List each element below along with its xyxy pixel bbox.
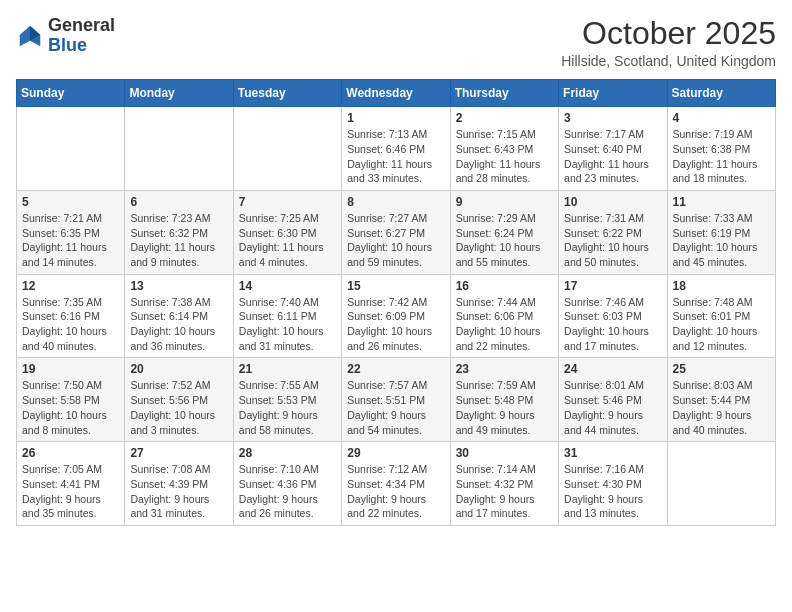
day-number: 20: [130, 362, 227, 376]
calendar-cell: 20Sunrise: 7:52 AMSunset: 5:56 PMDayligh…: [125, 358, 233, 442]
calendar-cell: 30Sunrise: 7:14 AMSunset: 4:32 PMDayligh…: [450, 442, 558, 526]
day-info: Sunrise: 7:42 AMSunset: 6:09 PMDaylight:…: [347, 295, 444, 354]
calendar-cell: 22Sunrise: 7:57 AMSunset: 5:51 PMDayligh…: [342, 358, 450, 442]
day-number: 17: [564, 279, 661, 293]
calendar-cell: 13Sunrise: 7:38 AMSunset: 6:14 PMDayligh…: [125, 274, 233, 358]
day-number: 18: [673, 279, 770, 293]
calendar-cell: [17, 107, 125, 191]
day-info: Sunrise: 7:48 AMSunset: 6:01 PMDaylight:…: [673, 295, 770, 354]
day-number: 22: [347, 362, 444, 376]
day-info: Sunrise: 7:16 AMSunset: 4:30 PMDaylight:…: [564, 462, 661, 521]
day-info: Sunrise: 7:29 AMSunset: 6:24 PMDaylight:…: [456, 211, 553, 270]
day-number: 15: [347, 279, 444, 293]
calendar-cell: 12Sunrise: 7:35 AMSunset: 6:16 PMDayligh…: [17, 274, 125, 358]
calendar-cell: 11Sunrise: 7:33 AMSunset: 6:19 PMDayligh…: [667, 190, 775, 274]
calendar-cell: 7Sunrise: 7:25 AMSunset: 6:30 PMDaylight…: [233, 190, 341, 274]
logo-icon: [16, 22, 44, 50]
day-number: 8: [347, 195, 444, 209]
day-number: 3: [564, 111, 661, 125]
calendar-cell: 3Sunrise: 7:17 AMSunset: 6:40 PMDaylight…: [559, 107, 667, 191]
day-info: Sunrise: 7:17 AMSunset: 6:40 PMDaylight:…: [564, 127, 661, 186]
day-number: 26: [22, 446, 119, 460]
day-number: 12: [22, 279, 119, 293]
calendar-cell: 8Sunrise: 7:27 AMSunset: 6:27 PMDaylight…: [342, 190, 450, 274]
day-number: 23: [456, 362, 553, 376]
calendar-cell: 6Sunrise: 7:23 AMSunset: 6:32 PMDaylight…: [125, 190, 233, 274]
location-text: Hillside, Scotland, United Kingdom: [561, 53, 776, 69]
day-number: 14: [239, 279, 336, 293]
day-number: 21: [239, 362, 336, 376]
day-info: Sunrise: 7:08 AMSunset: 4:39 PMDaylight:…: [130, 462, 227, 521]
calendar-cell: 26Sunrise: 7:05 AMSunset: 4:41 PMDayligh…: [17, 442, 125, 526]
day-info: Sunrise: 7:19 AMSunset: 6:38 PMDaylight:…: [673, 127, 770, 186]
day-number: 30: [456, 446, 553, 460]
day-info: Sunrise: 7:13 AMSunset: 6:46 PMDaylight:…: [347, 127, 444, 186]
calendar-cell: 25Sunrise: 8:03 AMSunset: 5:44 PMDayligh…: [667, 358, 775, 442]
calendar-cell: 14Sunrise: 7:40 AMSunset: 6:11 PMDayligh…: [233, 274, 341, 358]
weekday-header-wednesday: Wednesday: [342, 80, 450, 107]
calendar-cell: 5Sunrise: 7:21 AMSunset: 6:35 PMDaylight…: [17, 190, 125, 274]
calendar-cell: 24Sunrise: 8:01 AMSunset: 5:46 PMDayligh…: [559, 358, 667, 442]
day-info: Sunrise: 7:38 AMSunset: 6:14 PMDaylight:…: [130, 295, 227, 354]
day-number: 7: [239, 195, 336, 209]
calendar-cell: 28Sunrise: 7:10 AMSunset: 4:36 PMDayligh…: [233, 442, 341, 526]
day-info: Sunrise: 7:44 AMSunset: 6:06 PMDaylight:…: [456, 295, 553, 354]
day-number: 11: [673, 195, 770, 209]
day-number: 2: [456, 111, 553, 125]
calendar-cell: 23Sunrise: 7:59 AMSunset: 5:48 PMDayligh…: [450, 358, 558, 442]
day-info: Sunrise: 7:15 AMSunset: 6:43 PMDaylight:…: [456, 127, 553, 186]
calendar-cell: 17Sunrise: 7:46 AMSunset: 6:03 PMDayligh…: [559, 274, 667, 358]
weekday-header-saturday: Saturday: [667, 80, 775, 107]
calendar-cell: [233, 107, 341, 191]
day-info: Sunrise: 7:40 AMSunset: 6:11 PMDaylight:…: [239, 295, 336, 354]
calendar-cell: 31Sunrise: 7:16 AMSunset: 4:30 PMDayligh…: [559, 442, 667, 526]
day-info: Sunrise: 7:52 AMSunset: 5:56 PMDaylight:…: [130, 378, 227, 437]
weekday-header-tuesday: Tuesday: [233, 80, 341, 107]
day-info: Sunrise: 7:55 AMSunset: 5:53 PMDaylight:…: [239, 378, 336, 437]
logo-general-text: General: [48, 16, 115, 36]
day-info: Sunrise: 7:12 AMSunset: 4:34 PMDaylight:…: [347, 462, 444, 521]
day-info: Sunrise: 7:50 AMSunset: 5:58 PMDaylight:…: [22, 378, 119, 437]
day-info: Sunrise: 7:33 AMSunset: 6:19 PMDaylight:…: [673, 211, 770, 270]
day-info: Sunrise: 7:57 AMSunset: 5:51 PMDaylight:…: [347, 378, 444, 437]
calendar-week-row: 12Sunrise: 7:35 AMSunset: 6:16 PMDayligh…: [17, 274, 776, 358]
day-info: Sunrise: 7:14 AMSunset: 4:32 PMDaylight:…: [456, 462, 553, 521]
logo: General Blue: [16, 16, 115, 56]
day-number: 28: [239, 446, 336, 460]
day-number: 19: [22, 362, 119, 376]
day-info: Sunrise: 7:59 AMSunset: 5:48 PMDaylight:…: [456, 378, 553, 437]
weekday-header-monday: Monday: [125, 80, 233, 107]
day-info: Sunrise: 7:35 AMSunset: 6:16 PMDaylight:…: [22, 295, 119, 354]
calendar-cell: 29Sunrise: 7:12 AMSunset: 4:34 PMDayligh…: [342, 442, 450, 526]
day-number: 24: [564, 362, 661, 376]
day-number: 31: [564, 446, 661, 460]
weekday-header-thursday: Thursday: [450, 80, 558, 107]
calendar-cell: [667, 442, 775, 526]
day-info: Sunrise: 7:25 AMSunset: 6:30 PMDaylight:…: [239, 211, 336, 270]
calendar-cell: 27Sunrise: 7:08 AMSunset: 4:39 PMDayligh…: [125, 442, 233, 526]
day-info: Sunrise: 7:31 AMSunset: 6:22 PMDaylight:…: [564, 211, 661, 270]
calendar-cell: 10Sunrise: 7:31 AMSunset: 6:22 PMDayligh…: [559, 190, 667, 274]
day-info: Sunrise: 7:21 AMSunset: 6:35 PMDaylight:…: [22, 211, 119, 270]
day-number: 10: [564, 195, 661, 209]
day-number: 6: [130, 195, 227, 209]
calendar-week-row: 19Sunrise: 7:50 AMSunset: 5:58 PMDayligh…: [17, 358, 776, 442]
day-info: Sunrise: 8:03 AMSunset: 5:44 PMDaylight:…: [673, 378, 770, 437]
day-info: Sunrise: 7:23 AMSunset: 6:32 PMDaylight:…: [130, 211, 227, 270]
day-number: 25: [673, 362, 770, 376]
day-number: 27: [130, 446, 227, 460]
calendar-cell: 16Sunrise: 7:44 AMSunset: 6:06 PMDayligh…: [450, 274, 558, 358]
calendar-cell: 15Sunrise: 7:42 AMSunset: 6:09 PMDayligh…: [342, 274, 450, 358]
day-info: Sunrise: 8:01 AMSunset: 5:46 PMDaylight:…: [564, 378, 661, 437]
day-number: 29: [347, 446, 444, 460]
calendar-week-row: 26Sunrise: 7:05 AMSunset: 4:41 PMDayligh…: [17, 442, 776, 526]
weekday-header-sunday: Sunday: [17, 80, 125, 107]
calendar-cell: 1Sunrise: 7:13 AMSunset: 6:46 PMDaylight…: [342, 107, 450, 191]
calendar-week-row: 1Sunrise: 7:13 AMSunset: 6:46 PMDaylight…: [17, 107, 776, 191]
day-number: 16: [456, 279, 553, 293]
month-title: October 2025: [561, 16, 776, 51]
day-info: Sunrise: 7:05 AMSunset: 4:41 PMDaylight:…: [22, 462, 119, 521]
day-number: 13: [130, 279, 227, 293]
calendar-table: SundayMondayTuesdayWednesdayThursdayFrid…: [16, 79, 776, 526]
weekday-header-friday: Friday: [559, 80, 667, 107]
